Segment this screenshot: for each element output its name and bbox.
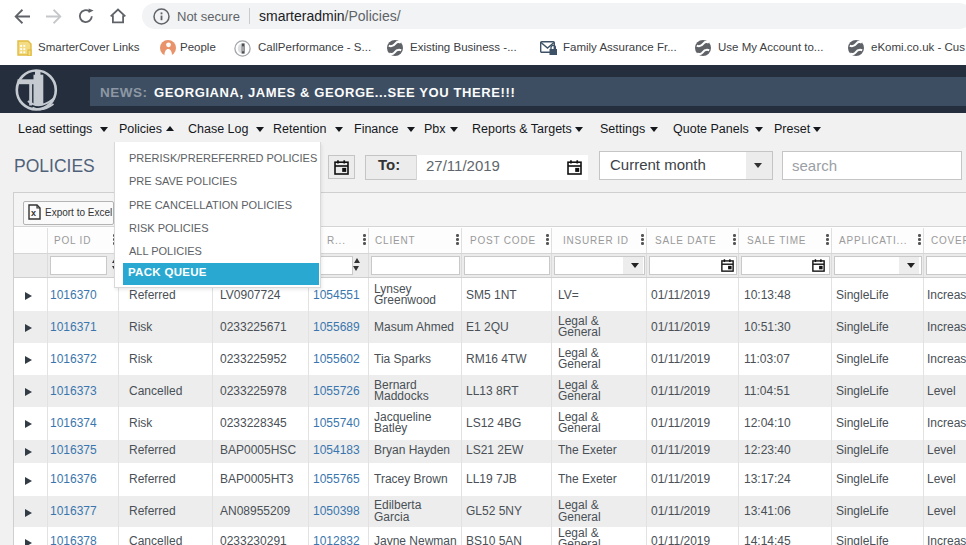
svg-text:x: x: [31, 208, 36, 218]
